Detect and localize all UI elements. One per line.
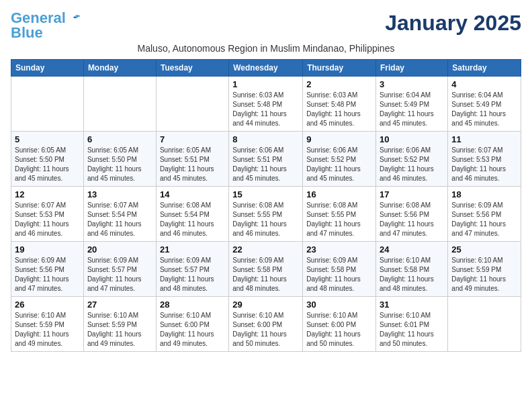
logo-text: General Blue — [11, 11, 66, 40]
day-info: Sunrise: 6:09 AM Sunset: 5:56 PM Dayligh… — [451, 201, 517, 238]
calendar-cell: 26Sunrise: 6:10 AM Sunset: 5:59 PM Dayli… — [11, 297, 84, 352]
calendar-cell — [11, 77, 84, 132]
calendar-week-row: 19Sunrise: 6:09 AM Sunset: 5:56 PM Dayli… — [11, 242, 521, 297]
calendar-cell: 15Sunrise: 6:08 AM Sunset: 5:55 PM Dayli… — [229, 187, 303, 242]
calendar-cell: 27Sunrise: 6:10 AM Sunset: 5:59 PM Dayli… — [83, 297, 156, 352]
calendar-week-row: 1Sunrise: 6:03 AM Sunset: 5:48 PM Daylig… — [11, 77, 521, 132]
calendar-cell: 31Sunrise: 6:10 AM Sunset: 6:01 PM Dayli… — [376, 297, 448, 352]
day-info: Sunrise: 6:10 AM Sunset: 6:00 PM Dayligh… — [306, 311, 372, 349]
day-info: Sunrise: 6:10 AM Sunset: 6:00 PM Dayligh… — [232, 311, 299, 349]
day-info: Sunrise: 6:10 AM Sunset: 5:59 PM Dayligh… — [87, 311, 152, 349]
day-info: Sunrise: 6:09 AM Sunset: 5:57 PM Dayligh… — [160, 256, 225, 293]
day-number: 2 — [306, 79, 372, 89]
day-number: 3 — [380, 79, 444, 89]
day-info: Sunrise: 6:10 AM Sunset: 5:59 PM Dayligh… — [15, 311, 80, 349]
logo: General Blue — [11, 11, 82, 40]
day-number: 12 — [15, 189, 80, 199]
day-info: Sunrise: 6:07 AM Sunset: 5:53 PM Dayligh… — [15, 201, 80, 238]
calendar-cell: 25Sunrise: 6:10 AM Sunset: 5:59 PM Dayli… — [448, 242, 521, 297]
calendar-cell: 21Sunrise: 6:09 AM Sunset: 5:57 PM Dayli… — [156, 242, 228, 297]
calendar-cell: 23Sunrise: 6:09 AM Sunset: 5:58 PM Dayli… — [303, 242, 376, 297]
day-info: Sunrise: 6:07 AM Sunset: 5:54 PM Dayligh… — [87, 201, 152, 238]
calendar-cell: 29Sunrise: 6:10 AM Sunset: 6:00 PM Dayli… — [229, 297, 303, 352]
page-header: General Blue January 2025 — [11, 11, 521, 40]
day-number: 21 — [160, 244, 225, 255]
calendar-week-row: 12Sunrise: 6:07 AM Sunset: 5:53 PM Dayli… — [11, 187, 521, 242]
month-title: January 2025 — [385, 11, 521, 36]
weekday-header-monday: Monday — [83, 60, 156, 77]
day-info: Sunrise: 6:09 AM Sunset: 5:58 PM Dayligh… — [232, 256, 299, 293]
day-info: Sunrise: 6:04 AM Sunset: 5:49 PM Dayligh… — [451, 91, 517, 128]
calendar-cell: 5Sunrise: 6:05 AM Sunset: 5:50 PM Daylig… — [11, 132, 84, 187]
calendar-week-row: 5Sunrise: 6:05 AM Sunset: 5:50 PM Daylig… — [11, 132, 521, 187]
day-info: Sunrise: 6:03 AM Sunset: 5:48 PM Dayligh… — [232, 91, 299, 128]
weekday-header-thursday: Thursday — [303, 60, 376, 77]
day-info: Sunrise: 6:07 AM Sunset: 5:53 PM Dayligh… — [451, 146, 517, 183]
calendar-subtitle: Maluso, Autonomous Region in Muslim Mind… — [11, 43, 521, 54]
day-number: 14 — [160, 189, 225, 199]
calendar-cell: 4Sunrise: 6:04 AM Sunset: 5:49 PM Daylig… — [448, 77, 521, 132]
calendar-cell: 30Sunrise: 6:10 AM Sunset: 6:00 PM Dayli… — [303, 297, 376, 352]
weekday-header-friday: Friday — [376, 60, 448, 77]
calendar-cell: 22Sunrise: 6:09 AM Sunset: 5:58 PM Dayli… — [229, 242, 303, 297]
weekday-header-saturday: Saturday — [448, 60, 521, 77]
day-number: 5 — [15, 134, 80, 144]
calendar-cell: 8Sunrise: 6:06 AM Sunset: 5:51 PM Daylig… — [229, 132, 303, 187]
day-number: 31 — [380, 300, 444, 310]
day-info: Sunrise: 6:08 AM Sunset: 5:55 PM Dayligh… — [306, 201, 372, 238]
calendar-cell: 7Sunrise: 6:05 AM Sunset: 5:51 PM Daylig… — [156, 132, 228, 187]
weekday-header-sunday: Sunday — [11, 60, 84, 77]
weekday-header-wednesday: Wednesday — [229, 60, 303, 77]
day-number: 8 — [232, 134, 299, 144]
day-info: Sunrise: 6:10 AM Sunset: 6:00 PM Dayligh… — [160, 311, 225, 349]
day-number: 20 — [87, 244, 152, 255]
logo-bird-icon — [69, 13, 82, 26]
calendar-cell: 13Sunrise: 6:07 AM Sunset: 5:54 PM Dayli… — [83, 187, 156, 242]
calendar-cell — [448, 297, 521, 352]
day-number: 13 — [87, 189, 152, 199]
calendar-cell: 28Sunrise: 6:10 AM Sunset: 6:00 PM Dayli… — [156, 297, 228, 352]
day-number: 19 — [15, 244, 80, 255]
day-info: Sunrise: 6:09 AM Sunset: 5:58 PM Dayligh… — [306, 256, 372, 293]
day-number: 30 — [306, 300, 372, 310]
calendar-week-row: 26Sunrise: 6:10 AM Sunset: 5:59 PM Dayli… — [11, 297, 521, 352]
day-info: Sunrise: 6:03 AM Sunset: 5:48 PM Dayligh… — [306, 91, 372, 128]
day-number: 15 — [232, 189, 299, 199]
day-number: 25 — [451, 244, 517, 255]
day-number: 17 — [380, 189, 444, 199]
calendar-cell: 18Sunrise: 6:09 AM Sunset: 5:56 PM Dayli… — [448, 187, 521, 242]
day-info: Sunrise: 6:06 AM Sunset: 5:52 PM Dayligh… — [306, 146, 372, 183]
day-number: 22 — [232, 244, 299, 255]
weekday-header-row: SundayMondayTuesdayWednesdayThursdayFrid… — [11, 60, 521, 77]
day-info: Sunrise: 6:08 AM Sunset: 5:54 PM Dayligh… — [160, 201, 225, 238]
day-info: Sunrise: 6:10 AM Sunset: 6:01 PM Dayligh… — [380, 311, 444, 349]
day-number: 18 — [451, 189, 517, 199]
calendar-cell: 16Sunrise: 6:08 AM Sunset: 5:55 PM Dayli… — [303, 187, 376, 242]
day-info: Sunrise: 6:09 AM Sunset: 5:57 PM Dayligh… — [87, 256, 152, 293]
day-info: Sunrise: 6:06 AM Sunset: 5:51 PM Dayligh… — [232, 146, 299, 183]
day-number: 29 — [232, 300, 299, 310]
day-number: 9 — [306, 134, 372, 144]
day-number: 6 — [87, 134, 152, 144]
calendar-cell: 6Sunrise: 6:05 AM Sunset: 5:50 PM Daylig… — [83, 132, 156, 187]
day-info: Sunrise: 6:08 AM Sunset: 5:55 PM Dayligh… — [232, 201, 299, 238]
day-number: 27 — [87, 300, 152, 310]
day-number: 24 — [380, 244, 444, 255]
calendar-cell: 10Sunrise: 6:06 AM Sunset: 5:52 PM Dayli… — [376, 132, 448, 187]
day-info: Sunrise: 6:05 AM Sunset: 5:50 PM Dayligh… — [15, 146, 80, 183]
calendar-cell: 2Sunrise: 6:03 AM Sunset: 5:48 PM Daylig… — [303, 77, 376, 132]
calendar-cell — [156, 77, 228, 132]
day-number: 10 — [380, 134, 444, 144]
calendar-cell — [83, 77, 156, 132]
calendar-cell: 19Sunrise: 6:09 AM Sunset: 5:56 PM Dayli… — [11, 242, 84, 297]
day-info: Sunrise: 6:10 AM Sunset: 5:58 PM Dayligh… — [380, 256, 444, 293]
day-info: Sunrise: 6:06 AM Sunset: 5:52 PM Dayligh… — [380, 146, 444, 183]
day-number: 7 — [160, 134, 225, 144]
calendar-cell: 11Sunrise: 6:07 AM Sunset: 5:53 PM Dayli… — [448, 132, 521, 187]
day-info: Sunrise: 6:08 AM Sunset: 5:56 PM Dayligh… — [380, 201, 444, 238]
day-info: Sunrise: 6:05 AM Sunset: 5:51 PM Dayligh… — [160, 146, 225, 183]
calendar-cell: 14Sunrise: 6:08 AM Sunset: 5:54 PM Dayli… — [156, 187, 228, 242]
day-number: 16 — [306, 189, 372, 199]
calendar-table: SundayMondayTuesdayWednesdayThursdayFrid… — [11, 59, 521, 352]
day-info: Sunrise: 6:04 AM Sunset: 5:49 PM Dayligh… — [380, 91, 444, 128]
